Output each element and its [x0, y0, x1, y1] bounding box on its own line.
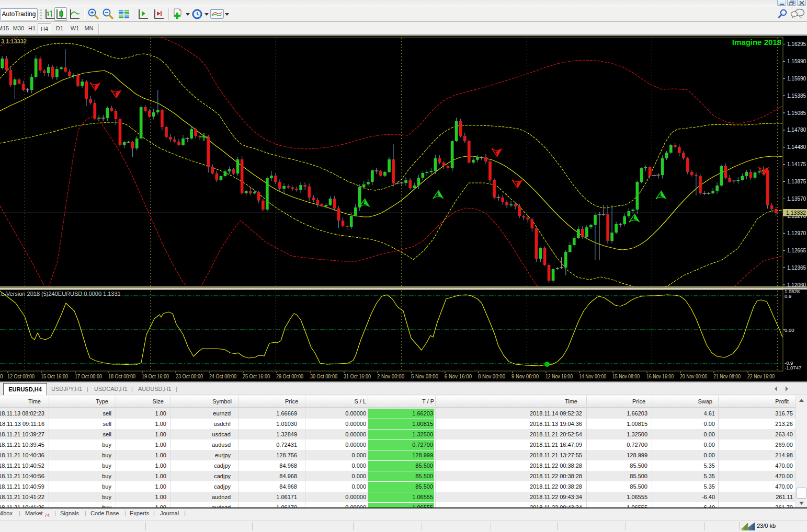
svg-text:14 Nov 00:00: 14 Nov 00:00 — [579, 374, 606, 379]
svg-text:12 Nov 16:00: 12 Nov 16:00 — [545, 374, 573, 379]
svg-text:1.14175: 1.14175 — [787, 161, 806, 167]
svg-text:30 Oct 08:00: 30 Oct 08:00 — [310, 374, 337, 379]
svg-text:15 Oct 16:00: 15 Oct 16:00 — [41, 374, 68, 379]
svg-text:24 Oct 08:00: 24 Oct 08:00 — [209, 374, 236, 379]
svg-text:1.15990: 1.15990 — [787, 59, 806, 64]
svg-text:29 Oct 00:00: 29 Oct 00:00 — [276, 374, 303, 379]
svg-text:1.13332: 1.13332 — [786, 210, 806, 216]
svg-text:1.12365: 1.12365 — [787, 265, 806, 271]
svg-text:19 Oct 16:00: 19 Oct 16:00 — [142, 374, 169, 379]
svg-text:23 Oct 00:00: 23 Oct 00:00 — [176, 374, 203, 379]
svg-text:1.13875: 1.13875 — [787, 179, 806, 184]
svg-text:0.9: 0.9 — [785, 293, 791, 299]
svg-text:25 Oct 16:00: 25 Oct 16:00 — [243, 374, 270, 379]
svg-text:0: 0 — [0, 374, 3, 379]
svg-text:22 Nov 16:00: 22 Nov 16:00 — [747, 374, 775, 379]
svg-text:1.15385: 1.15385 — [787, 93, 806, 99]
svg-text:1.12060: 1.12060 — [787, 282, 806, 288]
svg-text:1.14780: 1.14780 — [787, 127, 806, 133]
svg-text:1.13570: 1.13570 — [787, 196, 806, 202]
svg-text:1.12665: 1.12665 — [787, 248, 806, 253]
svg-text:15 Nov 08:00: 15 Nov 08:00 — [612, 374, 640, 379]
svg-text:2 Nov 00:00: 2 Nov 00:00 — [377, 374, 404, 379]
svg-text:1.15690: 1.15690 — [787, 76, 806, 82]
svg-text:-1.0747: -1.0747 — [785, 365, 801, 371]
svg-text:8 Nov 00:00: 8 Nov 00:00 — [478, 374, 505, 379]
svg-text:5 Nov 08:00: 5 Nov 08:00 — [411, 374, 438, 379]
svg-text:17 Oct 00:00: 17 Oct 00:00 — [75, 374, 102, 379]
svg-text:3 1.13332: 3 1.13332 — [1, 38, 27, 44]
svg-text:1.15085: 1.15085 — [787, 110, 806, 116]
svg-text:Imagine 2018: Imagine 2018 — [732, 38, 781, 47]
svg-text:12 Oct 08:00: 12 Oct 08:00 — [7, 374, 35, 379]
svg-text:31 Oct 16:00: 31 Oct 16:00 — [344, 374, 371, 379]
svg-text:20 Nov 00:00: 20 Nov 00:00 — [680, 374, 707, 379]
svg-text:1.16295: 1.16295 — [787, 41, 806, 47]
svg-text:16 Nov 16:00: 16 Nov 16:00 — [646, 374, 674, 379]
svg-text:18 Oct 08:00: 18 Oct 08:00 — [108, 374, 135, 379]
svg-text:21 Nov 08:00: 21 Nov 08:00 — [713, 374, 741, 379]
svg-text:0.00: 0.00 — [785, 327, 794, 333]
svg-text:1.12970: 1.12970 — [787, 230, 806, 236]
svg-text:e-Version 2018 (5)240EURUSD 0.: e-Version 2018 (5)240EURUSD 0.0000 1.133… — [1, 291, 121, 297]
svg-text:9 Nov 08:00: 9 Nov 08:00 — [512, 374, 539, 379]
svg-text:1.14480: 1.14480 — [787, 144, 806, 150]
svg-text:6 Nov 16:00: 6 Nov 16:00 — [445, 374, 472, 379]
